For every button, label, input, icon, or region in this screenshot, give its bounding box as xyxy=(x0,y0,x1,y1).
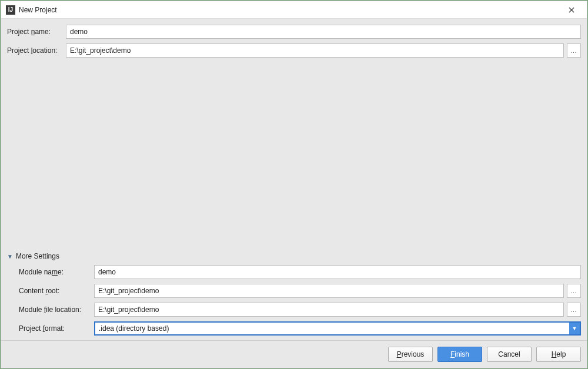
project-location-label: Project location: xyxy=(7,46,66,55)
content-root-row: Content root: … xyxy=(19,284,581,298)
project-name-label: Project name: xyxy=(7,28,66,36)
ellipsis-icon: … xyxy=(570,306,577,313)
module-name-row: Module name: xyxy=(19,265,581,279)
close-button[interactable] xyxy=(560,2,583,18)
project-name-input[interactable] xyxy=(66,25,581,39)
project-format-value: .idea (directory based) xyxy=(95,323,569,334)
ellipsis-icon: … xyxy=(570,47,577,54)
project-format-label: Project format: xyxy=(19,324,94,333)
more-settings-toggle[interactable]: ▼ More Settings xyxy=(7,252,581,260)
finish-button[interactable]: Finish xyxy=(437,347,482,362)
project-format-row: Project format: .idea (directory based) … xyxy=(19,321,581,336)
app-icon: IJ xyxy=(6,5,15,15)
more-settings-label: More Settings xyxy=(16,252,59,260)
close-icon xyxy=(569,7,574,13)
project-location-row: Project location: … xyxy=(7,43,581,58)
previous-button[interactable]: Previous xyxy=(388,347,433,362)
more-settings-panel: Module name: Content root: … Module file… xyxy=(7,265,581,340)
window-title: New Project xyxy=(19,6,560,14)
project-location-browse-button[interactable]: … xyxy=(567,43,581,58)
module-name-label: Module name: xyxy=(19,268,94,276)
caret-down-icon: ▼ xyxy=(7,253,13,260)
titlebar: IJ New Project xyxy=(1,1,587,19)
cancel-button[interactable]: Cancel xyxy=(487,347,532,362)
chevron-down-icon: ▼ xyxy=(569,323,580,334)
project-location-input[interactable] xyxy=(66,43,564,58)
dialog-content: Project name: Project location: … ▼ More… xyxy=(1,19,587,340)
content-root-browse-button[interactable]: … xyxy=(567,284,581,298)
module-file-location-row: Module file location: … xyxy=(19,303,581,317)
spacer xyxy=(7,62,581,252)
content-root-input[interactable] xyxy=(94,284,564,298)
new-project-dialog: IJ New Project Project name: Project loc… xyxy=(1,1,587,368)
dialog-footer: Previous Finish Cancel Help xyxy=(1,340,587,368)
module-file-location-label: Module file location: xyxy=(19,306,94,314)
module-file-location-input[interactable] xyxy=(94,303,564,317)
module-file-location-browse-button[interactable]: … xyxy=(567,303,581,317)
content-root-label: Content root: xyxy=(19,287,94,295)
module-name-input[interactable] xyxy=(94,265,581,279)
ellipsis-icon: … xyxy=(570,287,577,294)
help-button[interactable]: Help xyxy=(536,347,581,362)
project-name-row: Project name: xyxy=(7,25,581,39)
project-format-select[interactable]: .idea (directory based) ▼ xyxy=(94,321,581,336)
